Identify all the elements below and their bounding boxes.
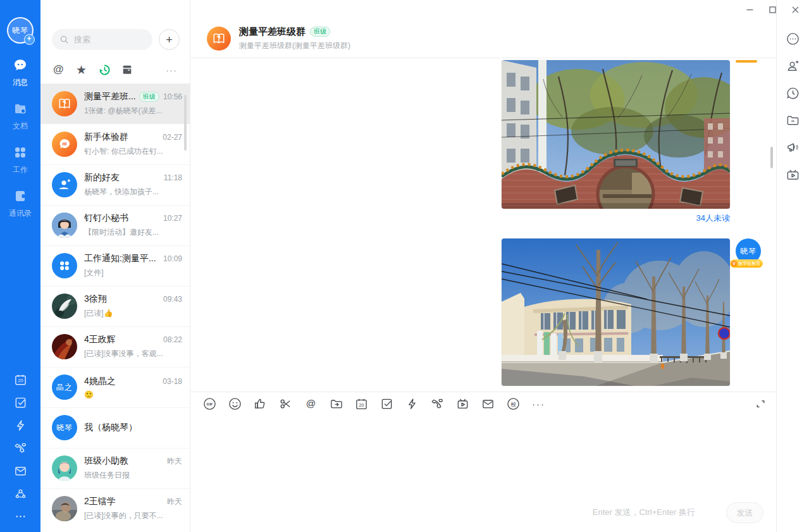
sender-title-badge: V 数字化教育: [730, 259, 763, 268]
class-badge: 班级: [310, 27, 330, 37]
flash-icon[interactable]: [14, 419, 27, 432]
recent-filter-icon[interactable]: [99, 64, 121, 76]
chat-preview: [已读]👍: [84, 308, 182, 319]
assistant-avatar: [52, 455, 77, 481]
send-button[interactable]: 发送: [726, 502, 763, 523]
folder-icon[interactable]: [786, 113, 800, 128]
chat-history-icon[interactable]: [786, 86, 800, 101]
more-icon[interactable]: [14, 510, 27, 523]
live-icon[interactable]: [456, 397, 469, 411]
nav-contacts[interactable]: 通讯录: [9, 189, 32, 219]
nav-docs[interactable]: 文档: [13, 101, 28, 132]
group-book-avatar[interactable]: [207, 27, 231, 51]
announce-icon[interactable]: [786, 140, 800, 155]
person-add-avatar: [52, 172, 77, 197]
chat-title: 新的好友: [84, 172, 120, 183]
emoji-icon[interactable]: [228, 397, 242, 411]
mention-filter-icon[interactable]: @: [53, 63, 76, 76]
secretary-photo-avatar: [52, 213, 77, 238]
todo-icon[interactable]: [14, 396, 27, 409]
toolbar-more-icon[interactable]: ···: [532, 399, 545, 409]
todo-icon[interactable]: [380, 397, 393, 411]
school-icon[interactable]: 校: [507, 397, 520, 411]
star-filter-icon[interactable]: ★: [76, 64, 99, 76]
mention-icon[interactable]: @: [304, 397, 318, 411]
chat-title: 钉钉小秘书: [84, 213, 128, 224]
chat-item-wangzhenghui[interactable]: 4王政辉 08:22 [已读]没事没事，客观...: [40, 326, 190, 367]
minimize-button[interactable]: [741, 1, 758, 18]
message-area: 34人未读: [190, 58, 776, 392]
app-window: 晓琴 + 消息 文档 工作 通讯录 20: [0, 0, 809, 532]
add-chat-button[interactable]: +: [159, 29, 180, 50]
chat-header: 测量平差班级群 班级 测量平差班级群(测量平差班级群): [190, 19, 776, 58]
user-avatar[interactable]: 晓琴 +: [7, 17, 34, 44]
nav-work[interactable]: 工作: [13, 145, 28, 175]
nav-contacts-label: 通讯录: [9, 208, 32, 219]
chat-main: 测量平差班级群 班级 测量平差班级群(测量平差班级群): [190, 0, 776, 532]
chat-time: 昨天: [167, 456, 182, 467]
chat-title: 新手体验群: [84, 132, 128, 143]
chat-preview: 1张健: @杨晓琴(误差...: [84, 106, 182, 116]
chat-title: 4王政辉: [84, 334, 116, 345]
calendar-icon[interactable]: 20: [355, 397, 368, 411]
chat-item-yaojingzhi[interactable]: 晶之 4姚晶之 03-18 🙂: [40, 367, 190, 407]
share-network-icon[interactable]: [14, 487, 27, 500]
chat-list-scrollbar[interactable]: [184, 95, 187, 151]
chat-title: 我（杨晓琴）: [84, 422, 137, 433]
text-avatar: 晶之: [52, 374, 77, 400]
circle-more-icon[interactable]: [786, 32, 800, 46]
maximize-button[interactable]: [763, 1, 781, 18]
nav-work-label: 工作: [13, 164, 28, 175]
chat-item-self[interactable]: 晓琴 我（杨晓琴）: [40, 407, 190, 448]
person-add-icon[interactable]: [786, 59, 800, 73]
chat-item-class-assistant[interactable]: 班级小助教 昨天 班级任务日报: [40, 448, 190, 488]
photo-message-school-street[interactable]: [502, 238, 730, 386]
chat-item-wangleixue[interactable]: 2王镭学 昨天 [已读]没事的，只要不...: [40, 488, 190, 529]
avatar-add-icon[interactable]: +: [24, 34, 35, 45]
thumbs-up-icon[interactable]: [254, 397, 267, 411]
chat-time: 10:27: [163, 214, 182, 223]
verified-mark: V: [731, 261, 737, 266]
calendar-day: 20: [18, 378, 23, 383]
filter-more-icon[interactable]: ···: [166, 65, 177, 75]
chat-preview: [已读]没事的，只要不...: [84, 510, 182, 521]
calendar-icon[interactable]: 20: [14, 373, 27, 387]
search-box[interactable]: [52, 29, 152, 50]
live-icon[interactable]: [786, 168, 800, 182]
nav-messages[interactable]: 消息: [13, 58, 28, 88]
mail-icon[interactable]: [481, 397, 495, 411]
flash-icon[interactable]: [405, 397, 419, 411]
chat-item-xuxiang[interactable]: 3徐翔 09:43 [已读]👍: [40, 286, 190, 326]
chat-preview: [文件]: [84, 268, 182, 278]
expand-icon[interactable]: [754, 397, 767, 411]
video-call-icon[interactable]: [14, 442, 27, 455]
chat-title: 测量平差班...: [84, 91, 136, 102]
unread-count-link[interactable]: 34人未读: [696, 213, 730, 224]
chat-filters: @ ★ ···: [53, 63, 177, 76]
sender-badge-text: 数字化教育: [738, 261, 760, 267]
chat-item-newbie-group[interactable]: HI 新手体验群 02-27 钉小智: 你已成功在钉...: [40, 124, 190, 164]
photo-message-garden-wall[interactable]: [502, 60, 730, 209]
chat-item-new-friends[interactable]: 新的好友 11:18 杨晓琴，快添加孩子...: [40, 164, 190, 205]
chat-time: 10:56: [163, 92, 182, 101]
svg-text:@: @: [306, 398, 316, 409]
chat-item-secretary[interactable]: 钉钉小秘书 10:27 【限时活动】邀好友...: [40, 205, 190, 245]
message-scrollbar[interactable]: [770, 147, 773, 168]
search-input[interactable]: [73, 34, 145, 45]
chat-bubble-icon: [13, 58, 28, 75]
search-row: +: [52, 29, 180, 50]
video-call-icon[interactable]: [431, 397, 444, 411]
chat-item-group-class[interactable]: 测量平差班... 班级 10:56 1张健: @杨晓琴(误差...: [40, 84, 190, 124]
archive-filter-icon[interactable]: [121, 64, 144, 75]
chat-item-work-notice[interactable]: 工作通知:测量平... 10:09 [文件]: [40, 245, 190, 286]
chat-title: 测量平差班级群: [239, 26, 306, 38]
close-button[interactable]: [786, 1, 804, 18]
mail-icon[interactable]: [14, 464, 27, 478]
chat-preview: 钉小智: 你已成功在钉...: [84, 146, 182, 157]
chat-title: 工作通知:测量平...: [84, 253, 156, 264]
file-send-icon[interactable]: [330, 397, 343, 411]
sidebar-tools: 20: [14, 373, 27, 523]
scissors-icon[interactable]: [279, 397, 292, 411]
send-hint: Enter 发送，Ctrl+Enter 换行: [593, 507, 695, 518]
gif-icon[interactable]: GIF: [203, 397, 216, 411]
